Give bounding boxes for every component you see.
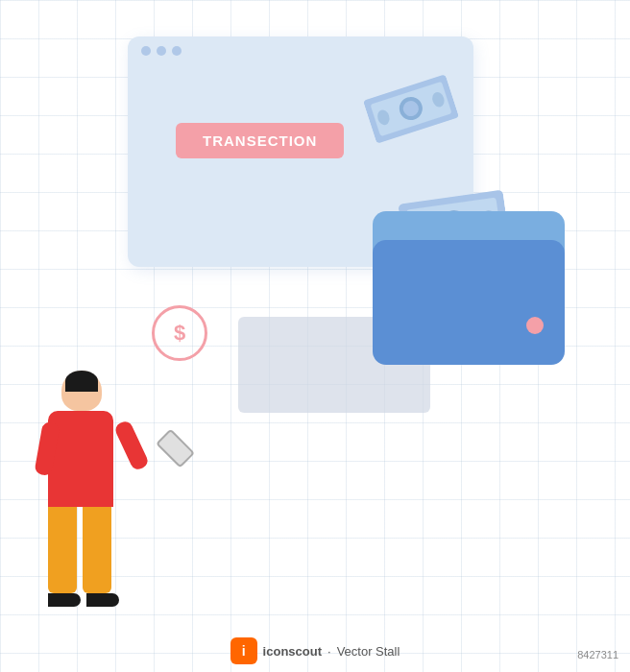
person-shoes bbox=[48, 593, 119, 607]
wallet-body bbox=[373, 240, 565, 365]
wallet-button-detail bbox=[526, 317, 544, 334]
person-arm-left bbox=[34, 421, 60, 476]
illustration-scene: TRANSECTION bbox=[0, 0, 630, 672]
person-head bbox=[61, 371, 102, 411]
person-phone bbox=[156, 429, 195, 468]
browser-dot-2 bbox=[157, 46, 166, 56]
browser-dot-3 bbox=[172, 46, 182, 56]
bill-in-browser bbox=[362, 70, 461, 147]
transaction-button: TRANSECTION bbox=[176, 123, 344, 158]
person bbox=[48, 371, 119, 607]
person-arm-right bbox=[113, 420, 150, 472]
person-shoe-left bbox=[48, 593, 81, 607]
watermark-area: i iconscout · Vector Stall bbox=[0, 637, 630, 664]
bill-svg-browser bbox=[362, 70, 461, 147]
browser-dot-1 bbox=[141, 46, 151, 56]
iconscout-logo: i bbox=[230, 637, 257, 664]
watermark-site-name: iconscout bbox=[263, 644, 322, 659]
watermark-brand: Vector Stall bbox=[337, 644, 400, 659]
wallet bbox=[373, 211, 565, 365]
coin: $ bbox=[152, 305, 207, 361]
logo-letter: i bbox=[242, 643, 246, 659]
person-body bbox=[48, 411, 113, 507]
person-leg-right bbox=[83, 507, 111, 593]
watermark-separator: · bbox=[327, 644, 331, 659]
browser-titlebar bbox=[128, 36, 473, 65]
person-leg-left bbox=[48, 507, 77, 593]
watermark-id: 8427311 bbox=[577, 649, 618, 660]
person-hair bbox=[65, 371, 98, 392]
person-shoe-right bbox=[86, 593, 119, 607]
coin-symbol: $ bbox=[174, 321, 185, 346]
person-pants bbox=[48, 507, 119, 593]
